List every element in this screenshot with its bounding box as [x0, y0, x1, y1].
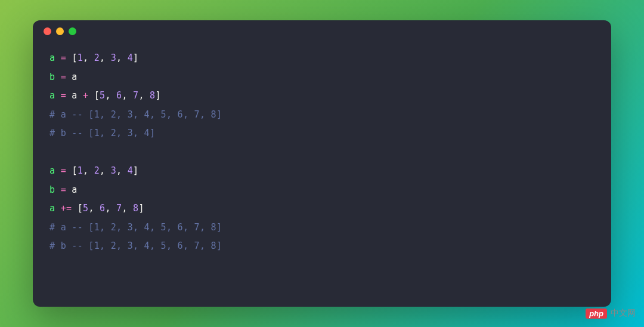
- code-line: a = [1, 2, 3, 4]: [49, 49, 595, 68]
- num-token: 3: [111, 53, 116, 63]
- code-line: [49, 143, 595, 162]
- watermark: php 中文网: [586, 308, 636, 319]
- punct-token: ,: [138, 90, 150, 101]
- var-token: a: [49, 165, 55, 176]
- bracket-token: [: [94, 90, 100, 101]
- op-token: =: [61, 53, 66, 63]
- op-token: +: [83, 90, 88, 101]
- var-token: b: [49, 72, 55, 82]
- bracket-token: [: [72, 53, 77, 63]
- num-token: 4: [128, 53, 133, 63]
- code-line: a = [1, 2, 3, 4]: [49, 162, 595, 181]
- num-token: 2: [94, 53, 100, 63]
- num-token: 6: [100, 203, 105, 214]
- comment-token: # b -- [1, 2, 3, 4]: [49, 128, 155, 138]
- text-token: [55, 184, 60, 195]
- num-token: 1: [78, 53, 83, 63]
- num-token: 4: [128, 165, 133, 176]
- code-window: a = [1, 2, 3, 4]b = aa = a + [5, 6, 7, 8…: [33, 20, 611, 307]
- text-token: [66, 53, 72, 63]
- comment-token: # a -- [1, 2, 3, 4, 5, 6, 7, 8]: [49, 109, 222, 120]
- punct-token: ,: [100, 53, 111, 63]
- op-token: +=: [61, 203, 72, 214]
- op-token: =: [61, 90, 66, 101]
- text-token: [72, 203, 77, 214]
- watermark-text: 中文网: [611, 308, 636, 319]
- bracket-token: [: [72, 165, 77, 176]
- op-token: =: [61, 184, 66, 195]
- var-token: a: [49, 53, 55, 63]
- punct-token: ,: [122, 90, 133, 101]
- code-line: # b -- [1, 2, 3, 4, 5, 6, 7, 8]: [49, 237, 595, 256]
- punct-token: ,: [83, 165, 94, 176]
- num-token: 5: [83, 203, 88, 214]
- text-token: [55, 165, 60, 176]
- punct-token: ,: [83, 53, 94, 63]
- op-token: =: [61, 72, 66, 82]
- punct-token: ,: [122, 203, 133, 214]
- bracket-token: ]: [155, 90, 160, 101]
- num-token: 3: [111, 165, 116, 176]
- text-token: a: [66, 90, 83, 101]
- code-line: a = a + [5, 6, 7, 8]: [49, 87, 595, 106]
- text-token: [88, 90, 94, 101]
- code-block: a = [1, 2, 3, 4]b = aa = a + [5, 6, 7, 8…: [33, 42, 611, 263]
- maximize-icon[interactable]: [69, 27, 76, 35]
- minimize-icon[interactable]: [56, 27, 64, 35]
- text-token: [55, 203, 60, 214]
- text-token: [55, 90, 60, 101]
- var-token: a: [49, 90, 55, 101]
- comment-token: # a -- [1, 2, 3, 4, 5, 6, 7, 8]: [49, 222, 222, 233]
- var-token: a: [49, 203, 55, 214]
- watermark-badge: php: [586, 309, 607, 319]
- text-token: [55, 53, 60, 63]
- code-line: b = a: [49, 68, 595, 87]
- code-line: # b -- [1, 2, 3, 4]: [49, 124, 595, 143]
- punct-token: ,: [116, 165, 128, 176]
- num-token: 5: [100, 90, 105, 101]
- text-token: a: [66, 72, 78, 82]
- punct-token: ,: [105, 203, 116, 214]
- punct-token: ,: [116, 53, 128, 63]
- code-line: a += [5, 6, 7, 8]: [49, 199, 595, 218]
- comment-token: # b -- [1, 2, 3, 4, 5, 6, 7, 8]: [49, 240, 222, 251]
- punct-token: ,: [100, 165, 111, 176]
- text-token: [66, 165, 72, 176]
- bracket-token: [: [78, 203, 83, 214]
- bracket-token: ]: [133, 165, 138, 176]
- window-titlebar: [33, 20, 611, 42]
- num-token: 2: [94, 165, 100, 176]
- code-line: # a -- [1, 2, 3, 4, 5, 6, 7, 8]: [49, 106, 595, 125]
- bracket-token: ]: [133, 53, 138, 63]
- var-token: b: [49, 184, 55, 195]
- text-token: [55, 72, 60, 82]
- punct-token: ,: [88, 203, 100, 214]
- close-icon[interactable]: [44, 27, 51, 35]
- bracket-token: ]: [138, 203, 144, 214]
- op-token: =: [61, 165, 66, 176]
- code-line: b = a: [49, 181, 595, 200]
- code-line: # a -- [1, 2, 3, 4, 5, 6, 7, 8]: [49, 218, 595, 237]
- text-token: a: [66, 184, 78, 195]
- punct-token: ,: [105, 90, 116, 101]
- num-token: 1: [78, 165, 83, 176]
